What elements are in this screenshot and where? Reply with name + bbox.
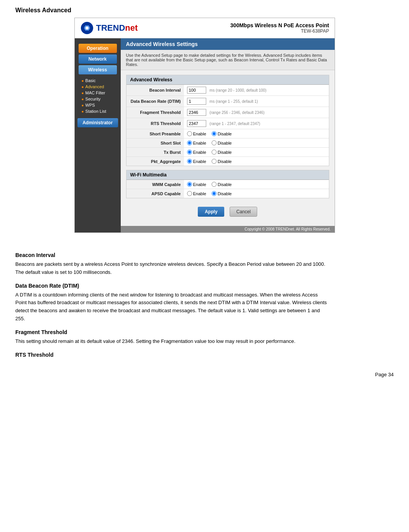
table-row: WMM Capable Enable Disable: [126, 180, 329, 189]
dtim-cell: ms (range 1 - 255, default 1): [184, 96, 329, 107]
sidebar: Operation Network Wireless ● Basic ● Adv…: [75, 38, 121, 232]
sidebar-item-security[interactable]: ● Security: [82, 96, 121, 102]
short-preamble-label: Short Preamble: [126, 129, 184, 138]
router-header: TRENDnet 300Mbps Wireless N PoE Access P…: [75, 18, 335, 38]
content-description: Use the Advanced Setup page to make deta…: [121, 50, 335, 70]
beacon-interval-input[interactable]: [187, 87, 206, 94]
wmm-capable-radio-group: Enable Disable: [187, 182, 326, 187]
short-preamble-disable-label[interactable]: Disable: [212, 131, 232, 136]
sidebar-operation-button[interactable]: Operation: [79, 44, 117, 53]
apsd-enable-label[interactable]: Enable: [187, 191, 206, 196]
short-slot-radio-group: Enable Disable: [187, 140, 326, 145]
button-row: Apply Cancel: [126, 202, 329, 221]
advanced-wireless-table: Beacon Interval ms (range 20 - 1000, def…: [126, 85, 329, 166]
table-row: Short Slot Enable Disable: [126, 138, 329, 148]
section-para-fragment: This setting should remain at its defaul…: [15, 338, 330, 346]
tx-burst-disable-radio[interactable]: [212, 150, 217, 155]
section-para-dtim: A DTIM is a countdown informing clients …: [15, 291, 330, 323]
sidebar-item-wps[interactable]: ● WPS: [82, 102, 121, 108]
dtim-input[interactable]: [187, 98, 206, 105]
short-preamble-enable-label[interactable]: Enable: [187, 131, 206, 136]
sidebar-section-network: Network: [75, 54, 121, 64]
sidebar-item-stationlist-label: Station List: [85, 109, 106, 114]
sidebar-item-macfilter[interactable]: ● MAC Filter: [82, 90, 121, 96]
wmm-enable-radio[interactable]: [187, 182, 192, 187]
page-number: Page 34: [0, 368, 409, 381]
table-row: Data Beacon Rate (DTIM) ms (range 1 - 25…: [126, 96, 329, 107]
rts-threshold-label: RTS Threshold: [126, 118, 184, 129]
product-name: 300Mbps Wireless N PoE Access Point: [230, 22, 329, 28]
sidebar-network-button[interactable]: Network: [79, 54, 117, 64]
table-row: APSD Capable Enable Disable: [126, 189, 329, 198]
short-preamble-enable-radio[interactable]: [187, 131, 192, 136]
page-title: Wireless Advanced: [0, 0, 409, 18]
table-row: Beacon Interval ms (range 20 - 1000, def…: [126, 85, 329, 96]
sidebar-wireless-button[interactable]: Wireless: [79, 65, 117, 74]
content-header: Advanced Wireless Settings: [121, 38, 335, 50]
bullet-icon: ●: [82, 103, 84, 107]
table-row: Tx Burst Enable Disable: [126, 148, 329, 157]
sidebar-item-basic-label: Basic: [85, 78, 96, 83]
wmm-capable-cell: Enable Disable: [184, 180, 329, 189]
pkt-aggregate-enable-radio[interactable]: [187, 159, 192, 164]
short-slot-enable-radio[interactable]: [187, 140, 192, 145]
sidebar-admin-button[interactable]: Administrator: [77, 118, 118, 127]
sidebar-item-wps-label: WPS: [85, 103, 95, 107]
sidebar-item-basic[interactable]: ● Basic: [82, 77, 121, 84]
wmm-disable-radio[interactable]: [212, 182, 217, 187]
pkt-aggregate-disable-label[interactable]: Disable: [212, 159, 232, 164]
tx-burst-enable-radio[interactable]: [187, 150, 192, 155]
apsd-disable-radio[interactable]: [212, 191, 217, 196]
wifi-multimedia-table: WMM Capable Enable Disable: [126, 180, 329, 198]
sidebar-section-operation: Operation: [75, 44, 121, 53]
tx-burst-cell: Enable Disable: [184, 148, 329, 157]
wmm-disable-label[interactable]: Disable: [212, 182, 232, 187]
tx-burst-label: Tx Burst: [126, 148, 184, 157]
product-model: TEW-638PAP: [230, 28, 329, 34]
content-area: Advanced Wireless Beacon Interval ms (ra…: [121, 70, 335, 226]
bullet-icon: ●: [82, 91, 84, 95]
wmm-enable-label[interactable]: Enable: [187, 182, 206, 187]
bullet-icon: ●: [82, 85, 84, 89]
apply-button[interactable]: Apply: [198, 207, 224, 217]
short-slot-cell: Enable Disable: [184, 138, 329, 148]
pkt-aggregate-radio-group: Enable Disable: [187, 159, 326, 164]
short-slot-label: Short Slot: [126, 138, 184, 148]
advanced-wireless-section: Advanced Wireless Beacon Interval ms (ra…: [126, 75, 329, 166]
sidebar-item-macfilter-label: MAC Filter: [85, 91, 105, 95]
section-heading-fragment: Fragment Threshold: [15, 329, 330, 335]
sidebar-item-security-label: Security: [85, 97, 101, 101]
pkt-aggregate-disable-radio[interactable]: [212, 159, 217, 164]
apsd-enable-radio[interactable]: [187, 191, 192, 196]
pkt-aggregate-cell: Enable Disable: [184, 157, 329, 166]
apsd-capable-cell: Enable Disable: [184, 189, 329, 198]
table-row: RTS Threshold (range 1 - 2347, default 2…: [126, 118, 329, 129]
sidebar-item-advanced[interactable]: ● Advanced: [82, 84, 121, 90]
beacon-interval-hint: ms (range 20 - 1000, default 100): [210, 88, 266, 92]
svg-point-1: [85, 26, 89, 30]
fragment-threshold-cell: (range 256 - 2346, default 2346): [184, 107, 329, 118]
short-slot-disable-label[interactable]: Disable: [212, 140, 232, 145]
short-slot-enable-label[interactable]: Enable: [187, 140, 206, 145]
rts-threshold-input[interactable]: [187, 120, 206, 127]
short-slot-disable-radio[interactable]: [212, 140, 217, 145]
table-row: Fragment Threshold (range 256 - 2346, de…: [126, 107, 329, 118]
copyright-bar: Copyright © 2008 TRENDnet. All Rights Re…: [121, 226, 335, 232]
pkt-aggregate-enable-label[interactable]: Enable: [187, 159, 206, 164]
apsd-capable-label: APSD Capable: [126, 189, 184, 198]
apsd-disable-label[interactable]: Disable: [212, 191, 232, 196]
sidebar-section-admin: Administrator: [75, 118, 121, 127]
tx-burst-radio-group: Enable Disable: [187, 150, 326, 155]
fragment-threshold-input[interactable]: [187, 109, 206, 116]
bullet-icon: ●: [82, 79, 84, 83]
text-content: Beacon Interval Beacons are packets sent…: [0, 244, 345, 368]
cancel-button[interactable]: Cancel: [230, 207, 257, 217]
table-row: Short Preamble Enable Disable: [126, 129, 329, 138]
logo-text: TRENDnet: [96, 23, 138, 33]
tx-burst-disable-label[interactable]: Disable: [212, 150, 232, 155]
short-preamble-disable-radio[interactable]: [212, 131, 217, 136]
sidebar-item-stationlist[interactable]: ● Station List: [82, 108, 121, 114]
trendnet-logo: TRENDnet: [80, 21, 138, 35]
tx-burst-enable-label[interactable]: Enable: [187, 150, 206, 155]
product-info: 300Mbps Wireless N PoE Access Point TEW-…: [230, 22, 329, 34]
